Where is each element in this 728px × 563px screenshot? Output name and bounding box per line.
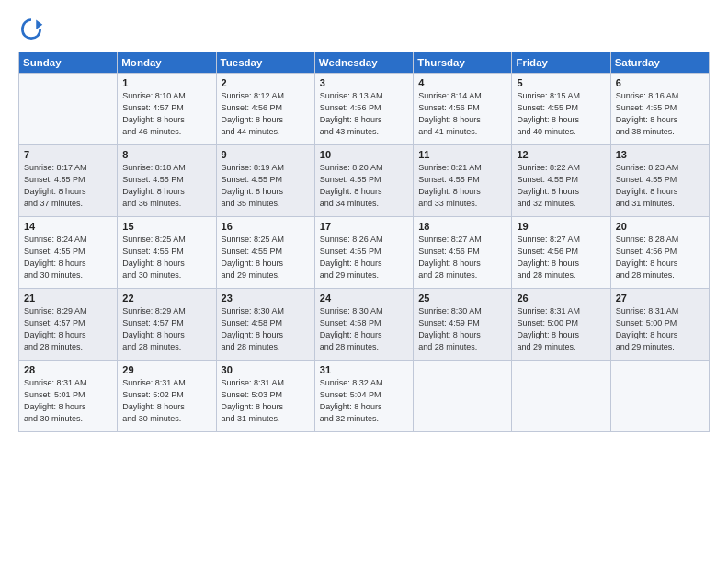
day-number: 21 bbox=[24, 293, 112, 304]
calendar-body: 1Sunrise: 8:10 AM Sunset: 4:57 PM Daylig… bbox=[19, 74, 710, 432]
day-cell: 10Sunrise: 8:20 AM Sunset: 4:55 PM Dayli… bbox=[314, 145, 413, 217]
day-number: 5 bbox=[517, 77, 605, 88]
day-cell: 30Sunrise: 8:31 AM Sunset: 5:03 PM Dayli… bbox=[216, 361, 314, 432]
day-number: 11 bbox=[418, 149, 506, 160]
day-number: 22 bbox=[122, 293, 210, 304]
day-cell: 8Sunrise: 8:18 AM Sunset: 4:55 PM Daylig… bbox=[118, 145, 216, 217]
day-number: 30 bbox=[222, 364, 310, 375]
day-cell: 20Sunrise: 8:28 AM Sunset: 4:56 PM Dayli… bbox=[610, 217, 709, 289]
day-cell: 1Sunrise: 8:10 AM Sunset: 4:57 PM Daylig… bbox=[118, 74, 216, 145]
day-info: Sunrise: 8:32 AM Sunset: 5:04 PM Dayligh… bbox=[320, 377, 408, 425]
day-number: 2 bbox=[222, 77, 310, 88]
day-number: 27 bbox=[616, 293, 704, 304]
day-info: Sunrise: 8:17 AM Sunset: 4:55 PM Dayligh… bbox=[24, 162, 112, 210]
col-header-friday: Friday bbox=[512, 52, 610, 74]
day-info: Sunrise: 8:20 AM Sunset: 4:55 PM Dayligh… bbox=[320, 162, 408, 210]
logo bbox=[18, 17, 48, 42]
day-cell: 9Sunrise: 8:19 AM Sunset: 4:55 PM Daylig… bbox=[216, 145, 314, 217]
day-cell: 24Sunrise: 8:30 AM Sunset: 4:58 PM Dayli… bbox=[314, 289, 413, 361]
header bbox=[18, 17, 710, 42]
day-number: 12 bbox=[517, 149, 605, 160]
day-number: 7 bbox=[24, 149, 112, 160]
day-info: Sunrise: 8:31 AM Sunset: 5:00 PM Dayligh… bbox=[616, 305, 704, 353]
day-info: Sunrise: 8:26 AM Sunset: 4:55 PM Dayligh… bbox=[320, 234, 408, 282]
day-cell bbox=[19, 74, 118, 145]
day-cell: 12Sunrise: 8:22 AM Sunset: 4:55 PM Dayli… bbox=[512, 145, 610, 217]
day-info: Sunrise: 8:27 AM Sunset: 4:56 PM Dayligh… bbox=[517, 234, 605, 282]
day-info: Sunrise: 8:30 AM Sunset: 4:58 PM Dayligh… bbox=[320, 305, 408, 353]
day-number: 14 bbox=[24, 221, 112, 232]
day-number: 31 bbox=[320, 364, 408, 375]
day-info: Sunrise: 8:25 AM Sunset: 4:55 PM Dayligh… bbox=[222, 234, 310, 282]
day-info: Sunrise: 8:30 AM Sunset: 4:59 PM Dayligh… bbox=[418, 305, 506, 353]
day-cell: 17Sunrise: 8:26 AM Sunset: 4:55 PM Dayli… bbox=[314, 217, 413, 289]
day-number: 26 bbox=[517, 293, 605, 304]
day-cell: 4Sunrise: 8:14 AM Sunset: 4:56 PM Daylig… bbox=[414, 74, 512, 145]
col-header-monday: Monday bbox=[118, 52, 216, 74]
week-row-1: 1Sunrise: 8:10 AM Sunset: 4:57 PM Daylig… bbox=[19, 74, 710, 145]
day-cell: 7Sunrise: 8:17 AM Sunset: 4:55 PM Daylig… bbox=[19, 145, 118, 217]
day-cell: 22Sunrise: 8:29 AM Sunset: 4:57 PM Dayli… bbox=[118, 289, 216, 361]
day-number: 18 bbox=[418, 221, 506, 232]
day-cell: 21Sunrise: 8:29 AM Sunset: 4:57 PM Dayli… bbox=[19, 289, 118, 361]
day-number: 28 bbox=[24, 364, 112, 375]
day-cell: 31Sunrise: 8:32 AM Sunset: 5:04 PM Dayli… bbox=[314, 361, 413, 432]
logo-icon bbox=[18, 17, 44, 42]
day-info: Sunrise: 8:29 AM Sunset: 4:57 PM Dayligh… bbox=[122, 305, 210, 353]
day-info: Sunrise: 8:21 AM Sunset: 4:55 PM Dayligh… bbox=[418, 162, 506, 210]
day-cell: 28Sunrise: 8:31 AM Sunset: 5:01 PM Dayli… bbox=[19, 361, 118, 432]
week-row-2: 7Sunrise: 8:17 AM Sunset: 4:55 PM Daylig… bbox=[19, 145, 710, 217]
day-cell bbox=[512, 361, 610, 432]
day-info: Sunrise: 8:31 AM Sunset: 5:00 PM Dayligh… bbox=[517, 305, 605, 353]
day-info: Sunrise: 8:19 AM Sunset: 4:55 PM Dayligh… bbox=[222, 162, 310, 210]
day-cell: 6Sunrise: 8:16 AM Sunset: 4:55 PM Daylig… bbox=[610, 74, 709, 145]
day-info: Sunrise: 8:15 AM Sunset: 4:55 PM Dayligh… bbox=[517, 90, 605, 138]
day-number: 6 bbox=[616, 77, 704, 88]
day-number: 13 bbox=[616, 149, 704, 160]
day-number: 24 bbox=[320, 293, 408, 304]
day-cell: 23Sunrise: 8:30 AM Sunset: 4:58 PM Dayli… bbox=[216, 289, 314, 361]
col-header-sunday: Sunday bbox=[19, 52, 118, 74]
day-number: 29 bbox=[122, 364, 210, 375]
col-header-tuesday: Tuesday bbox=[216, 52, 314, 74]
week-row-5: 28Sunrise: 8:31 AM Sunset: 5:01 PM Dayli… bbox=[19, 361, 710, 432]
day-cell: 15Sunrise: 8:25 AM Sunset: 4:55 PM Dayli… bbox=[118, 217, 216, 289]
day-cell: 11Sunrise: 8:21 AM Sunset: 4:55 PM Dayli… bbox=[414, 145, 512, 217]
day-number: 8 bbox=[122, 149, 210, 160]
day-cell: 27Sunrise: 8:31 AM Sunset: 5:00 PM Dayli… bbox=[610, 289, 709, 361]
day-info: Sunrise: 8:13 AM Sunset: 4:56 PM Dayligh… bbox=[320, 90, 408, 138]
day-info: Sunrise: 8:16 AM Sunset: 4:55 PM Dayligh… bbox=[616, 90, 704, 138]
day-cell: 2Sunrise: 8:12 AM Sunset: 4:56 PM Daylig… bbox=[216, 74, 314, 145]
day-cell bbox=[414, 361, 512, 432]
calendar-header-row: SundayMondayTuesdayWednesdayThursdayFrid… bbox=[19, 52, 710, 74]
day-number: 16 bbox=[222, 221, 310, 232]
day-cell bbox=[610, 361, 709, 432]
day-info: Sunrise: 8:23 AM Sunset: 4:55 PM Dayligh… bbox=[616, 162, 704, 210]
col-header-wednesday: Wednesday bbox=[314, 52, 413, 74]
day-cell: 14Sunrise: 8:24 AM Sunset: 4:55 PM Dayli… bbox=[19, 217, 118, 289]
day-info: Sunrise: 8:30 AM Sunset: 4:58 PM Dayligh… bbox=[222, 305, 310, 353]
day-info: Sunrise: 8:28 AM Sunset: 4:56 PM Dayligh… bbox=[616, 234, 704, 282]
day-number: 9 bbox=[222, 149, 310, 160]
day-number: 3 bbox=[320, 77, 408, 88]
day-number: 19 bbox=[517, 221, 605, 232]
day-number: 4 bbox=[418, 77, 506, 88]
col-header-saturday: Saturday bbox=[610, 52, 709, 74]
week-row-4: 21Sunrise: 8:29 AM Sunset: 4:57 PM Dayli… bbox=[19, 289, 710, 361]
day-info: Sunrise: 8:25 AM Sunset: 4:55 PM Dayligh… bbox=[122, 234, 210, 282]
day-info: Sunrise: 8:31 AM Sunset: 5:02 PM Dayligh… bbox=[122, 377, 210, 425]
week-row-3: 14Sunrise: 8:24 AM Sunset: 4:55 PM Dayli… bbox=[19, 217, 710, 289]
day-cell: 5Sunrise: 8:15 AM Sunset: 4:55 PM Daylig… bbox=[512, 74, 610, 145]
calendar-page: SundayMondayTuesdayWednesdayThursdayFrid… bbox=[0, 0, 728, 563]
day-number: 15 bbox=[122, 221, 210, 232]
day-cell: 19Sunrise: 8:27 AM Sunset: 4:56 PM Dayli… bbox=[512, 217, 610, 289]
day-cell: 18Sunrise: 8:27 AM Sunset: 4:56 PM Dayli… bbox=[414, 217, 512, 289]
day-info: Sunrise: 8:29 AM Sunset: 4:57 PM Dayligh… bbox=[24, 305, 112, 353]
col-header-thursday: Thursday bbox=[414, 52, 512, 74]
day-info: Sunrise: 8:22 AM Sunset: 4:55 PM Dayligh… bbox=[517, 162, 605, 210]
day-info: Sunrise: 8:31 AM Sunset: 5:03 PM Dayligh… bbox=[222, 377, 310, 425]
day-number: 20 bbox=[616, 221, 704, 232]
day-cell: 29Sunrise: 8:31 AM Sunset: 5:02 PM Dayli… bbox=[118, 361, 216, 432]
day-cell: 16Sunrise: 8:25 AM Sunset: 4:55 PM Dayli… bbox=[216, 217, 314, 289]
day-number: 17 bbox=[320, 221, 408, 232]
